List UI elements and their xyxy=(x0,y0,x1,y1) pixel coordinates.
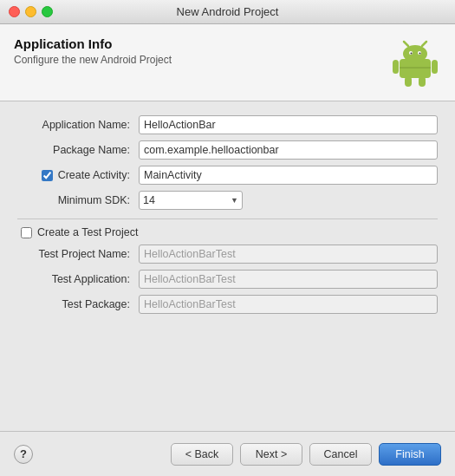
create-test-checkbox[interactable] xyxy=(21,227,32,238)
header-text: Application Info Configure the new Andro… xyxy=(14,36,172,66)
test-application-row: Test Application: xyxy=(17,270,438,289)
test-project-name-row: Test Project Name: xyxy=(17,245,438,264)
test-project-name-input[interactable] xyxy=(139,245,438,264)
finish-button[interactable]: Finish xyxy=(379,443,441,466)
dialog-header: Application Info Configure the new Andro… xyxy=(0,24,455,101)
next-button[interactable]: Next > xyxy=(240,443,302,466)
minimum-sdk-select[interactable]: 8 10 11 14 15 16 17 xyxy=(139,191,243,210)
test-application-input[interactable] xyxy=(139,270,438,289)
titlebar: New Android Project xyxy=(0,0,455,24)
cancel-button[interactable]: Cancel xyxy=(309,443,372,466)
minimize-button[interactable] xyxy=(25,6,36,17)
test-project-name-label: Test Project Name: xyxy=(17,248,139,260)
minimum-sdk-label: Minimum SDK: xyxy=(17,194,139,206)
test-package-input[interactable] xyxy=(139,295,438,314)
section-divider xyxy=(17,218,438,219)
minimum-sdk-row: Minimum SDK: 8 10 11 14 15 16 17 xyxy=(17,191,438,210)
application-name-input[interactable] xyxy=(139,115,438,134)
create-activity-checkbox[interactable] xyxy=(42,170,53,181)
svg-line-6 xyxy=(404,42,408,46)
back-button[interactable]: < Back xyxy=(171,443,233,466)
application-name-row: Application Name: xyxy=(17,115,438,134)
window-controls[interactable] xyxy=(9,6,53,17)
dialog-content: Application Name: Package Name: Create A… xyxy=(0,101,455,431)
package-name-label: Package Name: xyxy=(17,144,139,156)
minimum-sdk-wrapper: 8 10 11 14 15 16 17 xyxy=(139,191,243,210)
android-logo xyxy=(389,36,441,88)
svg-point-5 xyxy=(419,53,421,55)
svg-point-1 xyxy=(403,45,427,62)
footer-left: ? xyxy=(14,445,33,464)
test-package-row: Test Package: xyxy=(17,295,438,314)
package-name-row: Package Name: xyxy=(17,140,438,160)
test-application-label: Test Application: xyxy=(17,273,139,285)
dialog-footer: ? < Back Next > Cancel Finish xyxy=(0,431,455,476)
svg-line-7 xyxy=(422,42,426,46)
create-activity-input[interactable] xyxy=(139,166,438,185)
create-activity-label: Create Activity: xyxy=(17,169,139,181)
test-package-label: Test Package: xyxy=(17,298,139,310)
dialog: Application Info Configure the new Andro… xyxy=(0,24,455,476)
svg-rect-8 xyxy=(393,60,399,74)
application-name-label: Application Name: xyxy=(17,119,139,131)
create-activity-row: Create Activity: xyxy=(17,166,438,185)
package-name-input[interactable] xyxy=(139,140,438,160)
window-title: New Android Project xyxy=(177,5,279,18)
close-button[interactable] xyxy=(9,6,20,17)
svg-rect-9 xyxy=(432,60,438,74)
test-section: Create a Test Project Test Project Name:… xyxy=(17,226,438,314)
header-subtitle: Configure the new Android Project xyxy=(14,54,172,66)
svg-rect-10 xyxy=(405,76,412,87)
main-form: Application Name: Package Name: Create A… xyxy=(17,115,438,210)
maximize-button[interactable] xyxy=(42,6,53,17)
header-title: Application Info xyxy=(14,36,172,51)
help-button[interactable]: ? xyxy=(14,445,33,464)
svg-rect-11 xyxy=(419,76,426,87)
create-test-label: Create a Test Project xyxy=(37,226,139,238)
footer-right: < Back Next > Cancel Finish xyxy=(171,443,441,466)
create-test-row: Create a Test Project xyxy=(21,226,438,238)
svg-point-4 xyxy=(411,53,413,55)
